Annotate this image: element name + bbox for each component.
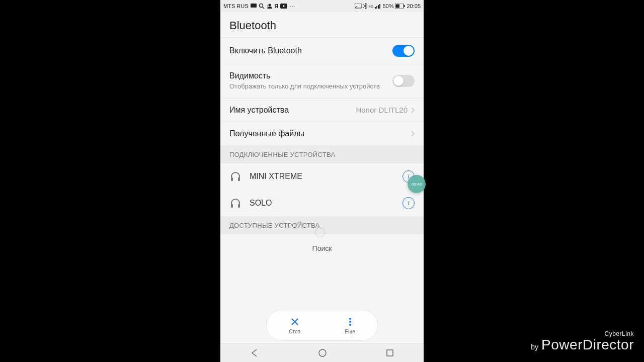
headphones-icon bbox=[229, 170, 242, 183]
row-visibility[interactable]: Видимость Отображать только для подключе… bbox=[220, 64, 424, 99]
loading-spinner bbox=[315, 227, 325, 237]
close-icon bbox=[290, 317, 300, 327]
chevron-right-icon bbox=[411, 107, 415, 113]
searching-label: Поиск bbox=[220, 234, 424, 262]
visibility-label: Видимость bbox=[229, 71, 392, 80]
svg-rect-9 bbox=[378, 5, 379, 9]
svg-point-3 bbox=[268, 4, 271, 7]
section-connected: ПОДКЛЮЧЕННЫЕ УСТРОЙСТВА bbox=[220, 146, 424, 163]
battery-percent: 50% bbox=[382, 3, 393, 9]
action-pill: Стоп Еще bbox=[266, 310, 378, 341]
svg-rect-10 bbox=[379, 4, 380, 9]
battery-icon bbox=[395, 4, 405, 9]
svg-rect-12 bbox=[396, 5, 400, 8]
home-icon[interactable] bbox=[318, 348, 327, 357]
svg-point-20 bbox=[349, 324, 351, 326]
svg-line-2 bbox=[263, 7, 264, 9]
device-name-label: Имя устройства bbox=[229, 106, 289, 115]
page-title: Bluetooth bbox=[220, 12, 424, 38]
sms-icon bbox=[251, 4, 257, 9]
youtube-icon bbox=[280, 4, 287, 9]
device-name: SOLO bbox=[250, 199, 272, 208]
device-row[interactable]: MINI XTREME i bbox=[220, 163, 424, 190]
enable-bluetooth-toggle[interactable] bbox=[392, 45, 415, 57]
svg-point-19 bbox=[349, 321, 351, 323]
svg-rect-14 bbox=[231, 177, 233, 181]
svg-rect-17 bbox=[238, 204, 240, 208]
stop-label: Стоп bbox=[289, 329, 300, 334]
chevron-right-icon bbox=[411, 131, 415, 137]
svg-rect-13 bbox=[404, 5, 405, 7]
svg-point-1 bbox=[259, 4, 263, 8]
watermark-by: by bbox=[531, 343, 538, 350]
search-icon bbox=[259, 3, 265, 9]
received-files-label: Полученные файлы bbox=[229, 129, 304, 138]
info-icon[interactable]: i bbox=[403, 197, 415, 209]
svg-rect-15 bbox=[238, 177, 240, 181]
row-received-files[interactable]: Полученные файлы bbox=[220, 122, 424, 146]
clock: 20:05 bbox=[407, 3, 421, 9]
nav-bar bbox=[220, 343, 424, 362]
status-bar: MTS RUS + Я ··· 4G 50% 20:05 bbox=[220, 0, 424, 12]
carrier-label: MTS RUS bbox=[223, 3, 249, 9]
phone-frame: MTS RUS + Я ··· 4G 50% 20:05 Bluetooth В… bbox=[220, 0, 424, 362]
signal-icon bbox=[375, 4, 381, 9]
watermark-brand-small: CyberLink bbox=[531, 331, 634, 337]
more-label: Еще bbox=[345, 329, 355, 334]
contact-icon: + bbox=[267, 3, 273, 9]
device-name-value: Honor DLITL20 bbox=[356, 106, 408, 114]
recent-icon[interactable] bbox=[386, 349, 394, 357]
stop-button[interactable]: Стоп bbox=[289, 317, 300, 334]
svg-rect-7 bbox=[375, 7, 376, 9]
device-name: MINI XTREME bbox=[250, 172, 302, 181]
headphones-icon bbox=[229, 197, 242, 209]
cast-icon bbox=[355, 4, 362, 9]
visibility-toggle[interactable] bbox=[392, 75, 415, 87]
yandex-icon: Я bbox=[275, 3, 279, 9]
device-row[interactable]: SOLO i bbox=[220, 190, 424, 217]
visibility-sublabel: Отображать только для подключенных устро… bbox=[229, 82, 392, 91]
svg-point-18 bbox=[349, 318, 351, 320]
svg-text:+: + bbox=[267, 4, 269, 7]
back-icon[interactable] bbox=[250, 348, 259, 357]
svg-rect-8 bbox=[376, 6, 377, 9]
svg-point-21 bbox=[319, 349, 326, 356]
svg-rect-0 bbox=[251, 4, 257, 8]
bluetooth-icon bbox=[363, 3, 367, 9]
watermark-brand-big: PowerDirector bbox=[541, 338, 634, 352]
more-button[interactable]: Еще bbox=[345, 317, 355, 334]
row-enable-bluetooth[interactable]: Включить Bluetooth bbox=[220, 38, 424, 64]
watermark: CyberLink by PowerDirector bbox=[531, 331, 634, 352]
more-vert-icon bbox=[345, 317, 355, 327]
svg-rect-16 bbox=[231, 204, 233, 208]
row-device-name[interactable]: Имя устройства Honor DLITL20 bbox=[220, 99, 424, 122]
svg-rect-22 bbox=[387, 350, 393, 356]
screen-record-badge[interactable]: 00:48 bbox=[408, 175, 426, 193]
network-type: 4G bbox=[369, 5, 373, 8]
more-icon: ··· bbox=[289, 3, 295, 9]
enable-bluetooth-label: Включить Bluetooth bbox=[229, 46, 302, 55]
